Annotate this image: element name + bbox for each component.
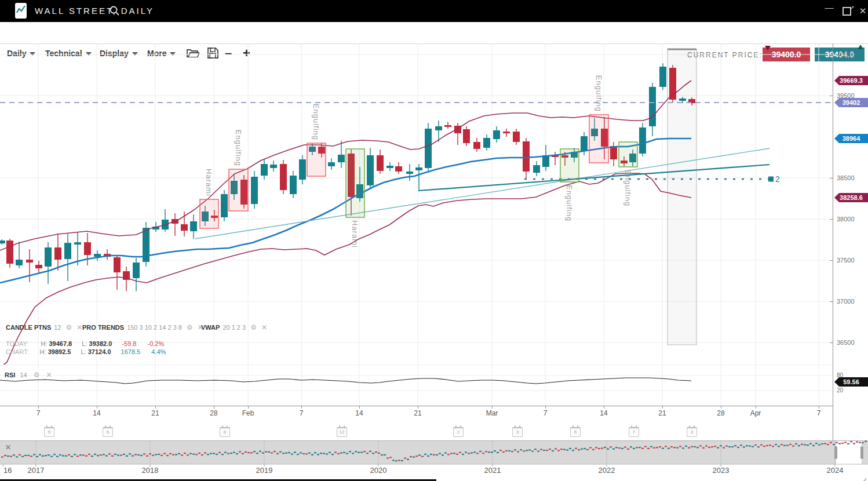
calendar-event-badge[interactable]: 6 [570,427,581,437]
candle-body [94,254,101,257]
x-axis-tick-label: 28 [210,409,217,417]
toolbar: DailyTechnicalDisplayMore – + CURRENT PR… [0,22,868,44]
navigator-selection[interactable] [836,441,862,464]
navigator-mini-candle [552,450,554,451]
navigator-mini-candle [792,446,794,447]
navigator-mini-candle [653,447,655,449]
navigator-mini-candle [563,449,566,450]
navigator-mini-candle [410,456,412,457]
candlestick [133,258,140,291]
navigator-mini-candle [71,456,73,457]
indicator-params: 150 3 10 2 14 2 3 8 [127,324,182,331]
candle-body [463,129,470,143]
indicator-settings-gear-icon[interactable]: ⚙ [250,323,257,331]
y-axis-tick-label: 38000 [837,216,855,223]
x-axis-tick-mark [301,406,302,409]
candle-body [290,176,297,194]
candle-body [299,159,306,180]
navigator-mini-candle [453,453,455,454]
navigator-mini-candle [97,455,99,456]
navigator-mini-candle [175,454,177,455]
navigator-mini-candle [143,453,145,454]
navigator-mini-candle [859,442,861,443]
navigator-mini-candle [91,456,93,457]
navigator-mini-candle [650,446,652,447]
navigator-mini-candle [117,454,119,456]
navigator-mini-candle [230,453,232,454]
candle-body [444,125,451,127]
navigator-mini-candle [604,447,606,448]
candlestick [406,164,413,181]
close-button[interactable]: ✕ [856,5,868,17]
candlestick [94,250,101,261]
time-axis-line [0,406,833,406]
indicator-name: CANDLE PTNS [6,324,51,331]
price-chart-pane[interactable]: 2 [0,43,833,365]
calendar-event-badge[interactable]: 7 [629,427,639,437]
level-line-marker[interactable] [768,177,774,182]
rsi-pane[interactable] [0,365,833,406]
y-axis-tick-mark [830,260,833,261]
navigator-close-button[interactable]: ✕ [3,443,13,452]
indicator-remove-icon[interactable]: ✕ [261,323,267,331]
navigator-mini-candle [862,442,864,443]
candlestick [26,249,33,282]
navigator-mini-candle [213,453,215,454]
candlestick [0,239,5,245]
calendar-event-badge[interactable]: 5 [44,427,54,437]
y-axis-tick-label: 40000 [837,51,855,58]
navigator-mini-candle [505,450,508,451]
indicator-settings-gear-icon[interactable]: ⚙ [187,323,193,331]
navigator-handle-left[interactable] [834,446,837,459]
minimize-button[interactable]: — [823,1,836,14]
navigator-mini-candle [30,456,32,457]
y-axis-tick-mark [830,219,833,220]
candlestick [533,161,540,176]
indicator-remove-icon[interactable]: ✕ [76,323,82,331]
x-axis-tick-label: 28 [717,409,724,417]
navigator-mini-candle [610,446,612,447]
navigator-mini-candle [636,447,638,448]
navigator-mini-candle [288,452,290,453]
y-axis-tick-mark [830,178,833,178]
rsi-remove-icon[interactable]: ✕ [46,371,52,379]
calendar-event-badge[interactable]: 2 [453,427,464,437]
candle-body [513,132,520,142]
y-axis-tick-label: 36500 [837,339,855,346]
title-bar: WALL STREET, DAILY — ➚ ✕ [0,0,868,22]
candlestick [493,126,500,143]
pattern-box-harami [200,199,218,228]
rsi-settings-gear-icon[interactable]: ⚙ [34,371,40,379]
calendar-event-badge[interactable]: 3 [687,427,697,437]
candle-body [270,165,277,168]
navigator-mini-candle [207,454,209,455]
navigator-strip[interactable] [0,440,868,481]
navigator-handle-right[interactable] [860,446,863,459]
navigator-mini-candle [543,450,545,451]
calendar-event-badge[interactable]: 6 [103,427,113,437]
calendar-event-badge[interactable]: 12 [337,427,347,437]
navigator-year-label: 2019 [256,466,273,475]
candlestick [503,129,510,137]
navigator-mini-candle [850,441,852,442]
navigator-mini-candle [326,453,328,454]
resize-handle-icon[interactable] [861,475,867,481]
indicator-params: 20 1 2 3 [223,324,246,331]
navigator-mini-candle [447,454,450,455]
chart-label: CHART: [6,348,29,355]
x-axis-tick-mark [359,406,360,409]
navigator-mini-candle [769,444,771,446]
navigator-mini-candle [62,455,64,456]
navigator-mini-candle [253,451,256,452]
navigator-mini-candle [427,456,429,457]
search-icon[interactable] [109,5,121,19]
navigator-mini-candle [378,453,380,454]
navigator-mini-candle [497,452,499,453]
candlestick [367,148,374,188]
navigator-mini-candle [233,452,235,453]
calendar-event-badge[interactable]: 6 [220,427,230,437]
rsi-legend: RSI 14 ⚙ ✕ [5,371,52,379]
navigator-mini-candle [134,454,137,455]
calendar-event-badge[interactable]: 3 [512,427,523,437]
indicator-settings-gear-icon[interactable]: ⚙ [65,323,72,331]
